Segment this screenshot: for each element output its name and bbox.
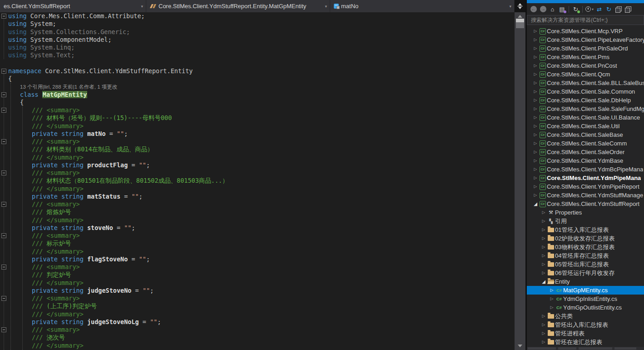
code-line[interactable]: private string matNo = ""; (0, 130, 515, 138)
code-line[interactable]: private string stoveNo = ""; (0, 224, 515, 232)
tree-item[interactable]: ▷C#Core.StlMes.Client.PnCost (527, 61, 644, 70)
code-line[interactable]: using System.Text; (0, 51, 515, 60)
expand-icon[interactable]: ▷ (532, 27, 539, 35)
code-line[interactable]: using System.Linq; (0, 44, 515, 52)
code-line[interactable]: /// <summary> (0, 326, 515, 334)
tree-item[interactable]: ▷C#YdmGpInlistEntity.cs (527, 295, 644, 303)
tree-item[interactable]: ▷C#Core.StlMes.Client.SaleComm (527, 139, 644, 148)
code-line[interactable]: /// </summary> (0, 185, 515, 193)
scrollbar-thumb[interactable] (516, 22, 524, 28)
search-input[interactable] (527, 15, 644, 25)
tree-item[interactable]: ▷C#Core.StlMes.Client.SaleBase (527, 130, 644, 139)
expand-icon[interactable]: ▷ (532, 113, 539, 122)
code-editor[interactable]: using Core.Mes.Client.Comm.Attribute;usi… (0, 12, 515, 350)
fold-collapse-icon[interactable] (1, 170, 6, 175)
expand-icon[interactable]: ▷ (549, 303, 555, 312)
fold-collapse-icon[interactable] (1, 14, 6, 19)
back-icon[interactable]: ← (530, 5, 537, 13)
expand-icon[interactable]: ▷ (532, 174, 539, 182)
expand-icon[interactable]: ▷ (532, 122, 539, 130)
code-line[interactable]: private string productFlag = ""; (0, 161, 515, 170)
tree-item[interactable]: ▷C#Core.StlMes.Client.PipeLeaveFactory (527, 35, 644, 44)
tree-item[interactable]: ▷C#Core.StlMes.Client.Sale.UI.Balance (527, 113, 644, 122)
tree-item[interactable]: ▷管坯出入库汇总报表 (527, 320, 644, 329)
tree-item[interactable]: ▷05管坯出库汇总报表 (527, 260, 644, 269)
expand-icon[interactable]: ▷ (532, 96, 539, 105)
expand-icon[interactable]: ▷ (540, 260, 547, 269)
fold-collapse-icon[interactable] (1, 139, 6, 144)
fold-collapse-icon[interactable] (1, 108, 6, 113)
tree-item[interactable]: ▷▚引用 (527, 217, 644, 225)
expand-icon[interactable]: ▷ (540, 320, 547, 329)
tree-item[interactable]: ▷C#Core.StlMes.Client.YdmPipeReport (527, 182, 644, 191)
expand-icon[interactable]: ▷ (532, 148, 539, 156)
tree-item[interactable]: ▷03物料收发存汇总报表 (527, 243, 644, 251)
codelens-info[interactable]: 13 个引用|lirl, 288 天前|1 名作者, 1 项更改 (20, 84, 117, 90)
tree-item[interactable]: ▷管坯进程表 (527, 329, 644, 338)
code-line[interactable]: /// <summary> (0, 169, 515, 177)
code-line[interactable]: /// <summary> (0, 200, 515, 209)
tree-item[interactable]: ▷04管坯库存汇总报表 (527, 251, 644, 260)
expand-icon[interactable]: ▷ (532, 44, 539, 53)
collapse-all-icon[interactable] (614, 5, 622, 13)
expand-icon[interactable]: ▷ (532, 182, 539, 191)
fold-collapse-icon[interactable] (1, 265, 6, 270)
collapse-icon[interactable]: ◢ (540, 277, 547, 286)
expand-icon[interactable]: ▷ (540, 225, 547, 234)
code-line[interactable]: /// </summary> (0, 310, 515, 319)
code-line[interactable]: class MatGpMEntity (0, 91, 515, 99)
dock-tab[interactable] (558, 347, 576, 350)
fold-collapse-icon[interactable] (1, 202, 6, 207)
code-line[interactable]: /// <summary> (0, 263, 515, 271)
code-line[interactable]: private string judgeStoveNo = ""; (0, 287, 515, 295)
expand-icon[interactable]: ▷ (532, 139, 539, 148)
code-line[interactable]: 13 个引用|lirl, 288 天前|1 名作者, 1 项更改 (0, 83, 515, 91)
code-line[interactable]: /// 判定炉号 (0, 271, 515, 279)
expand-icon[interactable]: ▷ (532, 130, 539, 139)
expand-icon[interactable]: ▷ (532, 53, 539, 61)
pending-changes-filter-icon[interactable]: ↻ (572, 5, 580, 13)
show-all-files-icon[interactable] (624, 5, 632, 13)
tree-item[interactable]: ▷C#Core.StlMes.Client.YdmStuffManage (527, 191, 644, 200)
project-dropdown[interactable]: es.Client.YdmStuffReport ▾ (0, 0, 146, 12)
expand-icon[interactable]: ▷ (540, 338, 547, 346)
tree-item[interactable]: ▷C#Core.StlMes.Client.YdmPipeMana (527, 174, 644, 182)
tree-item[interactable]: ▷C#Core.StlMes.Client.Sale.Util (527, 122, 644, 130)
expand-icon[interactable]: ▷ (532, 35, 539, 44)
code-line[interactable]: /// 熔炼炉号 (0, 208, 515, 216)
code-line[interactable]: /// </summary> (0, 216, 515, 225)
history-icon[interactable]: ▾ (585, 5, 594, 13)
code-line[interactable]: { (0, 75, 515, 83)
expand-icon[interactable]: ▷ (549, 295, 555, 303)
dock-tab[interactable] (579, 347, 612, 350)
tree-item[interactable]: ▷C#YdmGpOutlistEntity.cs (527, 303, 644, 312)
expand-icon[interactable]: ▷ (540, 251, 547, 260)
code-line[interactable]: /// (上工序)判定炉号 (0, 302, 515, 310)
code-line[interactable]: /// </summary> (0, 248, 515, 256)
code-line[interactable]: private string flagStoveNo = ""; (0, 255, 515, 264)
sync-solution-icon[interactable]: ↻ (605, 5, 613, 13)
tree-item[interactable]: ▷C#Core.StlMes.Client.Sale.BLL.SaleBus (527, 79, 644, 87)
code-line[interactable]: /// </summary> (0, 342, 515, 350)
expand-icon[interactable]: ▷ (549, 286, 555, 295)
code-line[interactable]: using System.ComponentModel; (0, 36, 515, 44)
expand-icon[interactable]: ▷ (540, 312, 547, 320)
expand-icon[interactable]: ▷ (532, 191, 539, 200)
code-line[interactable]: /// <summary> (0, 295, 515, 303)
fold-collapse-icon[interactable] (1, 327, 6, 332)
collapse-icon[interactable]: ◢ (532, 200, 539, 208)
tree-item[interactable]: ▷01管坯入库汇总报表 (527, 225, 644, 234)
tree-item[interactable]: ▷C#Core.StlMes.Client.Sale.SaleFundMg (527, 105, 644, 113)
code-line[interactable]: /// <summary> (0, 232, 515, 240)
expand-icon[interactable]: ▷ (532, 87, 539, 96)
expand-icon[interactable]: ▷ (540, 208, 547, 217)
fold-collapse-icon[interactable] (1, 92, 6, 97)
code-line[interactable]: /// <summary> (0, 106, 515, 115)
sync-with-active-document-icon[interactable]: ▤ (558, 5, 566, 13)
code-line[interactable]: /// </summary> (0, 154, 515, 162)
split-editor-button[interactable] (515, 0, 525, 12)
tree-item[interactable]: ▷02炉批收发存汇总报表 (527, 234, 644, 243)
tree-item[interactable]: ▷C#Core.StlMes.Client.YdmBcPipeMana (527, 165, 644, 174)
tree-item[interactable]: ▷C#Core.StlMes.Client.SaleOrder (527, 148, 644, 156)
code-line[interactable]: private string judgeStoveNoLg = ""; (0, 318, 515, 326)
